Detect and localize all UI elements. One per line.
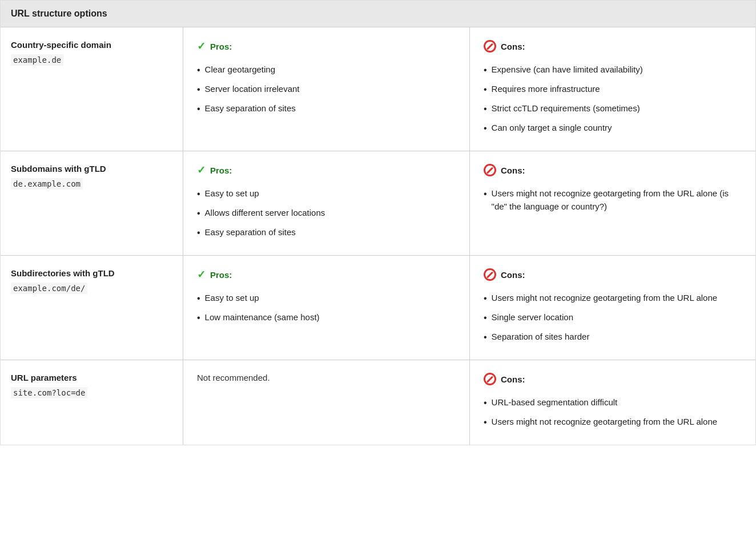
pros-list: Easy to set upAllows different server lo…: [197, 184, 456, 243]
pros-list: Easy to set upLow maintenance (same host…: [197, 289, 456, 328]
col-pros-2: ✓ Pros: Easy to set upLow maintenance (s…: [183, 256, 470, 360]
pros-label-text: Pros:: [210, 42, 232, 51]
cons-list: URL-based segmentation difficultUsers mi…: [484, 393, 742, 432]
cons-label: Cons:: [484, 40, 742, 53]
col-cons-3: Cons: URL-based segmentation difficultUs…: [470, 360, 755, 445]
pros-label: ✓ Pros:: [197, 40, 456, 53]
list-item-text: Users might not recognize geotargeting f…: [492, 292, 718, 305]
col-cons-0: Cons: Expensive (can have limited availa…: [470, 27, 755, 151]
row-name: Country-specific domain: [11, 40, 172, 50]
list-item-text: Easy to set up: [205, 187, 259, 201]
pros-label: ✓ Pros:: [197, 268, 456, 281]
list-item: Allows different server locations: [197, 204, 456, 223]
list-item-text: Allows different server locations: [205, 207, 325, 220]
list-item: URL-based segmentation difficult: [484, 393, 742, 413]
col-name-1: Subdomains with gTLD de.example.com: [1, 151, 183, 255]
list-item: Expensive (can have limited availability…: [484, 61, 742, 80]
list-item: Users might not recognize geotargeting f…: [484, 413, 742, 432]
table-row: Subdomains with gTLD de.example.com ✓ Pr…: [1, 151, 755, 256]
list-item-text: Expensive (can have limited availability…: [492, 63, 643, 77]
no-icon: [484, 373, 496, 385]
url-structure-table: URL structure options Country-specific d…: [0, 0, 756, 445]
no-icon: [484, 268, 496, 281]
check-icon: ✓: [197, 40, 206, 53]
col-pros-1: ✓ Pros: Easy to set upAllows different s…: [183, 151, 470, 255]
list-item-text: Low maintenance (same host): [205, 311, 320, 325]
col-cons-2: Cons: Users might not recognize geotarge…: [470, 256, 755, 360]
col-name-2: Subdirectories with gTLD example.com/de/: [1, 256, 183, 360]
list-item-text: Easy separation of sites: [205, 226, 296, 240]
list-item: Clear geotargeting: [197, 61, 456, 80]
list-item-text: Strict ccTLD requirements (sometimes): [492, 102, 640, 116]
list-item-text: URL-based segmentation difficult: [492, 396, 618, 410]
list-item-text: Clear geotargeting: [205, 63, 275, 77]
list-item-text: Can only target a single country: [492, 122, 612, 135]
row-name: Subdirectories with gTLD: [11, 268, 172, 278]
list-item: Can only target a single country: [484, 119, 742, 138]
cons-label: Cons:: [484, 373, 742, 385]
col-cons-1: Cons: Users might not recognize geotarge…: [470, 151, 755, 255]
row-code: site.com?loc=de: [11, 387, 87, 398]
pros-label-text: Pros:: [210, 270, 232, 280]
cons-label-text: Cons:: [501, 270, 525, 280]
col-name-3: URL parameters site.com?loc=de: [1, 360, 183, 445]
list-item: Easy to set up: [197, 184, 456, 204]
list-item-text: Separation of sites harder: [492, 331, 590, 344]
list-item: Requires more infrastructure: [484, 80, 742, 99]
list-item-text: Requires more infrastructure: [492, 83, 600, 96]
row-name: URL parameters: [11, 373, 172, 382]
list-item-text: Users might not recognize geotargeting f…: [492, 187, 742, 213]
table-body: Country-specific domain example.de ✓ Pro…: [1, 27, 755, 445]
list-item: Easy to set up: [197, 289, 456, 308]
list-item: Easy separation of sites: [197, 223, 456, 243]
col-pros-0: ✓ Pros: Clear geotargetingServer locatio…: [183, 27, 470, 151]
pros-label-text: Pros:: [210, 166, 232, 175]
col-name-0: Country-specific domain example.de: [1, 27, 183, 151]
list-item-text: Easy to set up: [205, 292, 259, 305]
cons-list: Users might not recognize geotargeting f…: [484, 184, 742, 216]
pros-list: Clear geotargetingServer location irrele…: [197, 61, 456, 119]
col-pros-3: Not recommended.: [183, 360, 470, 445]
row-code: example.de: [11, 54, 63, 66]
not-recommended-text: Not recommended.: [197, 373, 270, 382]
table-title: URL structure options: [1, 1, 755, 27]
pros-label: ✓ Pros:: [197, 164, 456, 176]
table-row: Country-specific domain example.de ✓ Pro…: [1, 27, 755, 151]
cons-label-text: Cons:: [501, 374, 525, 384]
list-item-text: Server location irrelevant: [205, 83, 300, 96]
cons-list: Expensive (can have limited availability…: [484, 61, 742, 138]
cons-label: Cons:: [484, 164, 742, 176]
row-code: example.com/de/: [11, 283, 87, 294]
table-row: URL parameters site.com?loc=de Not recom…: [1, 360, 755, 445]
list-item: Server location irrelevant: [197, 80, 456, 99]
list-item: Separation of sites harder: [484, 328, 742, 347]
row-name: Subdomains with gTLD: [11, 164, 172, 174]
cons-label-text: Cons:: [501, 166, 525, 175]
no-icon: [484, 164, 496, 176]
list-item: Low maintenance (same host): [197, 308, 456, 328]
list-item: Users might not recognize geotargeting f…: [484, 289, 742, 308]
cons-list: Users might not recognize geotargeting f…: [484, 289, 742, 347]
check-icon: ✓: [197, 164, 206, 176]
row-code: de.example.com: [11, 178, 83, 190]
list-item: Easy separation of sites: [197, 99, 456, 119]
list-item: Users might not recognize geotargeting f…: [484, 184, 742, 216]
table-row: Subdirectories with gTLD example.com/de/…: [1, 256, 755, 360]
cons-label: Cons:: [484, 268, 742, 281]
check-icon: ✓: [197, 268, 206, 281]
cons-label-text: Cons:: [501, 42, 525, 51]
list-item: Strict ccTLD requirements (sometimes): [484, 99, 742, 119]
list-item-text: Users might not recognize geotargeting f…: [492, 416, 718, 429]
list-item: Single server location: [484, 308, 742, 328]
no-icon: [484, 40, 496, 53]
list-item-text: Easy separation of sites: [205, 102, 296, 116]
list-item-text: Single server location: [492, 311, 573, 325]
